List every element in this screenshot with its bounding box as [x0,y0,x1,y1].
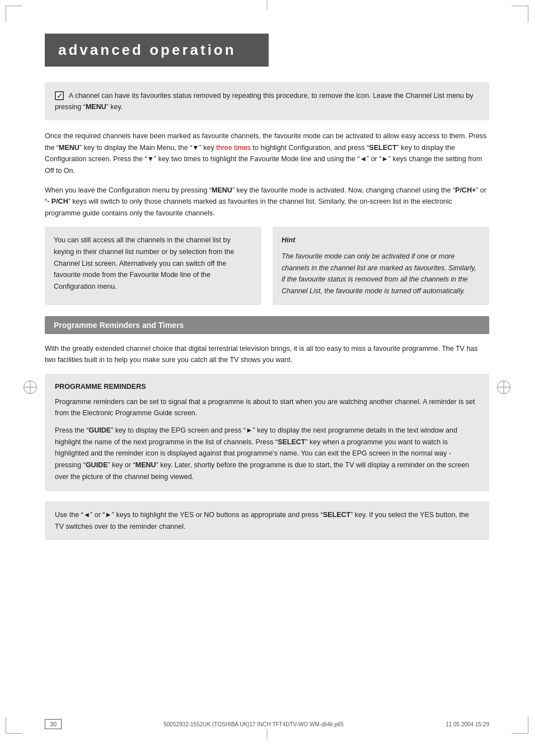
title-banner: advanced operation [45,34,269,67]
note-box-text: A channel can have its favourites status… [55,92,473,111]
two-col-left-text: You can still access all the channels in… [54,236,234,290]
subsection-title: PROGRAMME REMINDERS [55,383,479,391]
reg-mark-tr [512,6,528,22]
crosshair-left [24,381,37,396]
reg-mark-bl [6,717,22,734]
paragraph-2: When you leave the Configuration menu by… [45,185,489,219]
footer-right-text: 11 05 2004 15:29 [446,721,489,727]
page-title: advanced operation [58,41,255,59]
page-footer: 30 50052932-1552UK (TOSHIBA UK)17 INCH T… [45,719,489,729]
reg-mark-br [512,717,528,734]
section-header: Programme Reminders and Timers [45,316,489,334]
center-mark-bottom [267,729,268,739]
crosshair-circle-left [24,381,37,394]
two-col-right: Hint The favourite mode can only be acti… [273,227,489,304]
subsection-box: PROGRAMME REMINDERS Programme reminders … [45,374,489,491]
subsection-para1: Programme reminders can be set to signal… [55,396,479,419]
section-title: Programme Reminders and Timers [54,321,184,330]
paragraph-1: Once the required channels have been mar… [45,130,489,177]
section-intro: With the greatly extended channel choice… [45,343,489,366]
reg-mark-tl [6,6,22,22]
note-box: A channel can have its favourites status… [45,82,489,120]
page-container: advanced operation A channel can have it… [0,0,534,756]
two-col-section: You can still access all the channels in… [45,227,489,304]
footer-center-text: 50052932-1552UK (TOSHIBA UK)17 INCH TFT4… [163,721,344,727]
hint-title: Hint [282,234,480,246]
red-text-three-times: three times [216,144,251,152]
crosshair-right [497,381,510,396]
bottom-note-box: Use the “◄” or “►” keys to highlight the… [45,501,489,540]
checkbox-icon [55,91,64,100]
hint-body: The favourite mode can only be activated… [282,251,480,297]
two-col-left: You can still access all the channels in… [45,227,261,304]
crosshair-circle-right [497,381,510,394]
page-number: 30 [45,719,62,729]
center-mark-top [267,0,268,10]
main-content: advanced operation A channel can have it… [45,0,489,540]
subsection-para2: Press the “GUIDE” key to display the EPG… [55,425,479,482]
bottom-note-text: Use the “◄” or “►” keys to highlight the… [55,511,469,530]
